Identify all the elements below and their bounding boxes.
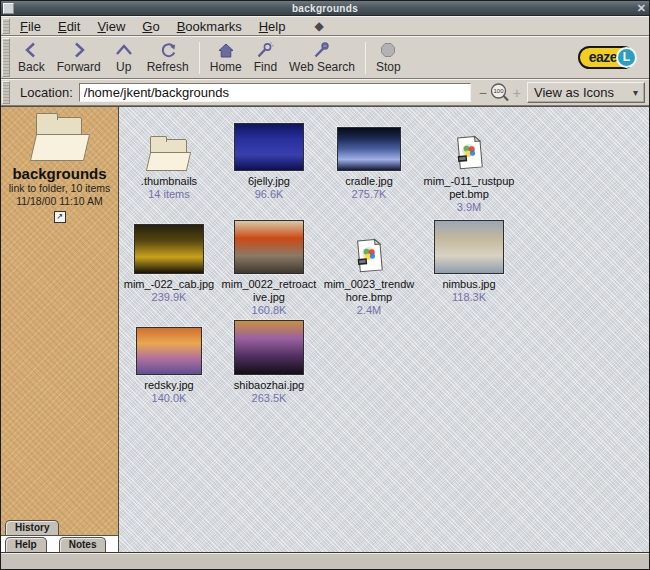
menubar-grip-handle[interactable]	[2, 18, 10, 34]
eazel-logo-badge: L	[616, 47, 637, 68]
file-icon-area	[234, 317, 304, 375]
file-icon-area	[454, 115, 484, 171]
window-title: backgrounds	[1, 3, 649, 14]
file-icon-area	[354, 214, 384, 274]
menu-help[interactable]: Help	[259, 19, 286, 34]
refresh-circle-icon	[157, 41, 179, 59]
menu-edit[interactable]: Edit	[58, 19, 80, 34]
file-icon-.thumbnails[interactable]: .​thumbnails14 items	[119, 115, 219, 201]
file-icon-area	[147, 115, 191, 171]
web-search-button[interactable]: Web Search	[283, 39, 361, 77]
location-label: Location:	[20, 85, 73, 100]
file-icon-nimbus.jpg[interactable]: nimbus.​jpg118.3K	[419, 214, 519, 304]
file-icon-6jelly.jpg[interactable]: 6jelly.​jpg96.6K	[219, 115, 319, 201]
file-icon-area	[337, 115, 401, 171]
throbber-diamond-icon: ◆	[314, 19, 323, 33]
sidebar-folder-info: link to folder, 10 items	[1, 182, 118, 195]
back-button[interactable]: Back	[12, 39, 51, 77]
file-icon-mim_0022_retroactive.jpg[interactable]: mim_0022_retroactive.​jpg160.8K	[219, 214, 319, 317]
toolbar-grip-handle[interactable]	[2, 38, 10, 77]
view-mode-dropdown[interactable]: View as Icons ▾	[527, 82, 645, 103]
sidebar: backgrounds link to folder, 10 items 11/…	[1, 107, 119, 552]
find-magnifier-icon	[254, 41, 276, 59]
file-icon-redsky.jpg[interactable]: redsky.​jpg140.0K	[119, 317, 219, 405]
menu-go[interactable]: Go	[142, 19, 159, 34]
sidebar-tab-notes[interactable]: Notes	[59, 537, 107, 552]
image-thumbnail	[434, 220, 504, 274]
file-manager-window: backgrounds ✕ File Edit View Go Bookmark…	[0, 0, 650, 570]
image-thumbnail	[234, 320, 304, 375]
file-size: 275.7K	[352, 188, 387, 201]
file-size: 239.9K	[152, 291, 187, 304]
locationbar-grip-handle[interactable]	[2, 81, 10, 104]
icon-row: redsky.​jpg140.0Kshibaozhai.​jpg263.5K	[119, 317, 649, 405]
toolbar-separator	[199, 42, 200, 74]
file-name: mim_-022_cab.​jpg	[124, 278, 215, 291]
eazel-logo[interactable]: eaze L	[578, 46, 635, 70]
file-icon-mim_0023_trendwhore.bmp[interactable]: mim_0023_trendwhore.​bmp2.4M	[319, 214, 419, 317]
file-icon-mim_-022_cab.jpg[interactable]: mim_-022_cab.​jpg239.9K	[119, 214, 219, 304]
menu-file[interactable]: File	[20, 19, 41, 34]
stop-button[interactable]: Stop	[370, 39, 407, 77]
zoom-level-magnifier-icon[interactable]: 100	[489, 82, 511, 104]
sidebar-tab-help[interactable]: Help	[5, 537, 47, 552]
menu-bookmarks[interactable]: Bookmarks	[177, 19, 242, 34]
file-name: shibaozhai.​jpg	[234, 379, 304, 392]
file-icon-cradle.jpg[interactable]: cradle.​jpg275.7K	[319, 115, 419, 201]
file-icon-area	[134, 214, 204, 274]
file-size: 160.8K	[252, 304, 287, 317]
sidebar-tab-history[interactable]: History	[5, 520, 59, 535]
up-chevron-icon	[113, 41, 135, 59]
file-size: 3.9M	[457, 201, 481, 214]
icon-view[interactable]: .​thumbnails14 items6jelly.​jpg96.6Kcrad…	[119, 107, 649, 552]
file-name: nimbus.​jpg	[442, 278, 495, 291]
file-size: 96.6K	[255, 188, 284, 201]
find-button[interactable]: Find	[248, 39, 283, 77]
file-name: .​thumbnails	[141, 175, 197, 188]
forward-button[interactable]: Forward	[51, 39, 107, 77]
menu-view[interactable]: View	[97, 19, 125, 34]
chevron-down-icon: ▾	[633, 87, 638, 98]
file-icon-shibaozhai.jpg[interactable]: shibaozhai.​jpg263.5K	[219, 317, 319, 405]
sidebar-tab-row-history: History	[1, 517, 118, 535]
close-icon[interactable]: ✕	[637, 1, 646, 15]
bmp-file-icon	[454, 135, 484, 171]
image-thumbnail	[234, 123, 304, 171]
find-label: Find	[254, 60, 277, 74]
home-button[interactable]: Home	[204, 39, 248, 77]
file-icon-area	[136, 317, 202, 375]
forward-chevron-icon	[68, 41, 90, 59]
file-name: redsky.​jpg	[144, 379, 193, 392]
file-name: 6jelly.​jpg	[248, 175, 290, 188]
file-name: cradle.​jpg	[345, 175, 393, 188]
file-icon-mim_-011_rustpuppet.bmp[interactable]: mim_-011_rustpuppet.​bmp3.9M	[419, 115, 519, 214]
stop-sign-icon	[377, 41, 399, 59]
icon-row: mim_-022_cab.​jpg239.9Kmim_0022_retroact…	[119, 214, 649, 317]
toolbar: Back Forward Up Refresh Home	[1, 36, 649, 79]
sidebar-spacer	[1, 223, 118, 517]
image-thumbnail	[134, 224, 204, 274]
zoom-out-icon[interactable]: −	[479, 85, 487, 101]
file-size: 118.3K	[452, 291, 486, 304]
home-label: Home	[210, 60, 242, 74]
back-chevron-icon	[20, 41, 42, 59]
zoom-in-icon[interactable]: +	[513, 85, 521, 101]
status-bar	[1, 552, 649, 569]
web-search-magnifier-icon	[311, 41, 333, 59]
refresh-button[interactable]: Refresh	[141, 39, 195, 77]
open-folder-icon[interactable]	[31, 115, 89, 161]
up-button[interactable]: Up	[107, 39, 141, 77]
web-search-label: Web Search	[289, 60, 355, 74]
file-icon-area	[234, 115, 304, 171]
title-bar[interactable]: backgrounds ✕	[1, 1, 649, 16]
up-label: Up	[116, 60, 131, 74]
bmp-file-icon	[354, 238, 384, 274]
sidebar-folder-date: 11/18/00 11:10 AM	[1, 195, 118, 208]
location-input[interactable]	[79, 83, 471, 102]
image-thumbnail	[234, 220, 304, 274]
folder-icon	[147, 137, 191, 171]
zoom-control: − 100 +	[479, 82, 521, 104]
sidebar-folder-title: backgrounds	[1, 165, 118, 182]
back-label: Back	[18, 60, 45, 74]
link-emblem-icon: ↗	[54, 211, 66, 223]
